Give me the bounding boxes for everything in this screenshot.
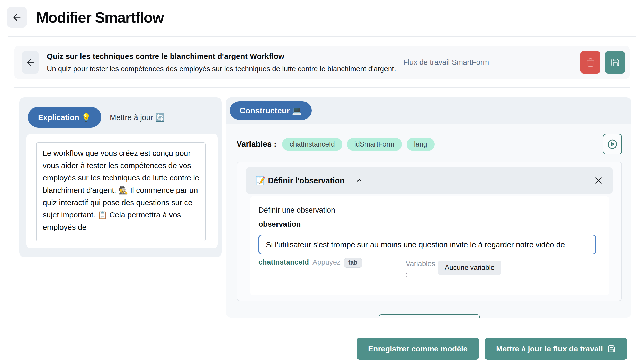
save-as-template-button[interactable]: Enregistrer comme modèle [357, 338, 479, 360]
action-variables-status: Variables : Aucune variable [406, 258, 501, 280]
observation-input[interactable] [258, 235, 596, 254]
explanation-tabs: Explication 💡 Mettre à jour 🔄 [19, 107, 222, 128]
variable-chip: idSmartForm [347, 138, 402, 151]
press-hint-label: Appuyez [312, 258, 341, 266]
tab-mettre-a-jour[interactable]: Mettre à jour 🔄 [110, 113, 165, 122]
save-floppy-icon [607, 345, 616, 353]
arrow-left-icon [25, 57, 35, 68]
variables-label: Variables : [237, 140, 276, 149]
tab-constructeur[interactable]: Constructeur 💻 [230, 101, 312, 120]
delete-workflow-button[interactable] [580, 51, 600, 74]
workflow-type-label: Flux de travail SmartForm [403, 58, 489, 67]
collapse-action-button[interactable] [355, 177, 363, 184]
main-content: Explication 💡 Mettre à jour 🔄 Le workflo… [0, 88, 644, 318]
builder-header-strip: Constructeur 💻 [226, 97, 631, 124]
workflow-text-block: Quiz sur les techniques contre le blanch… [47, 52, 396, 73]
top-header: Modifier Smartflow [0, 0, 644, 28]
workflow-back-button[interactable] [22, 51, 39, 74]
remove-action-button[interactable] [594, 176, 603, 185]
workflow-description: Un quiz pour tester les compétences des … [47, 65, 396, 73]
action-variables-label: Variables : [406, 258, 434, 280]
suggestion-chatinstanceid[interactable]: chatInstanceId [258, 258, 309, 266]
tab-key-badge: tab [344, 258, 362, 268]
action-description: Définir une observation [258, 206, 596, 214]
input-hint-row: chatInstanceId Appuyez tab Variables : A… [258, 258, 596, 280]
close-icon [594, 176, 603, 185]
autocomplete-hint: chatInstanceId Appuyez tab [258, 258, 362, 280]
explanation-panel: Explication 💡 Mettre à jour 🔄 Le workflo… [19, 97, 222, 257]
workflow-actions [580, 51, 625, 74]
variable-chips: chatInstanceId idSmartForm lang [282, 138, 435, 151]
action-card-container: 📝 Définir l'observation [237, 162, 622, 301]
arrow-left-icon [12, 12, 22, 23]
add-action-row: Ajouter une action [237, 314, 622, 318]
add-action-button[interactable]: Ajouter une action [379, 314, 480, 318]
variable-chip: lang [407, 138, 435, 151]
action-title: 📝 Définir l'observation [256, 176, 345, 185]
action-card-header: 📝 Définir l'observation [246, 167, 613, 194]
trash-icon [586, 58, 595, 67]
update-workflow-button[interactable]: Mettre à jour le flux de travail [485, 338, 627, 360]
no-variable-badge: Aucune variable [438, 261, 501, 275]
tab-explication[interactable]: Explication 💡 [28, 107, 101, 128]
smartflow-editor-page: Modifier Smartflow Quiz sur les techniqu… [0, 0, 644, 364]
play-circle-icon [607, 139, 618, 150]
chevron-up-icon [355, 177, 363, 184]
observation-field-label: observation [258, 220, 596, 229]
workflow-title: Quiz sur les techniques contre le blanch… [47, 52, 396, 61]
save-as-template-label: Enregistrer comme modèle [368, 344, 468, 353]
explanation-textarea[interactable]: Le workflow que vous créez est conçu pou… [36, 142, 206, 241]
run-workflow-button[interactable] [603, 134, 622, 154]
builder-panel: Constructeur 💻 Variables : chatInstanceI… [226, 97, 631, 318]
header-divider [8, 36, 636, 37]
variables-row: Variables : chatInstanceId idSmartForm l… [237, 134, 622, 154]
save-workflow-button[interactable] [605, 51, 625, 74]
explanation-card: Le workflow que vous créez est conçu pou… [26, 134, 218, 248]
save-floppy-icon [611, 58, 620, 67]
workflow-info-bar: Quiz sur les techniques contre le blanch… [14, 46, 630, 79]
update-workflow-label: Mettre à jour le flux de travail [496, 344, 603, 353]
back-button[interactable] [7, 7, 27, 28]
builder-body: Variables : chatInstanceId idSmartForm l… [226, 124, 631, 318]
action-card-body: Définir une observation observation chat… [250, 196, 609, 295]
page-title: Modifier Smartflow [36, 9, 164, 26]
variable-chip: chatInstanceId [282, 138, 342, 151]
footer-actions: Enregistrer comme modèle Mettre à jour l… [0, 318, 644, 360]
